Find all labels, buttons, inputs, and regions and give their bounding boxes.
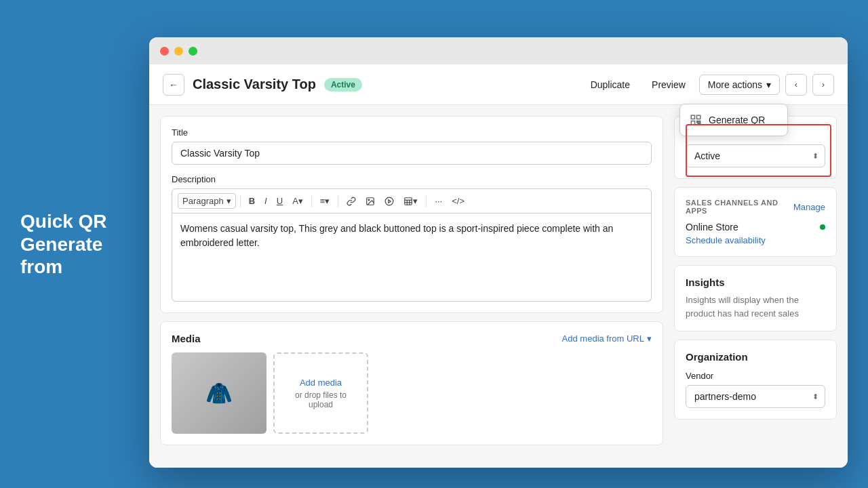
- title-label: Title: [172, 127, 652, 138]
- browser-window: ← Classic Varsity Top Active Duplicate P…: [149, 37, 848, 468]
- organization-title: Organization: [686, 351, 825, 363]
- media-grid: 🧥 Add media or drop files toupload: [172, 352, 652, 434]
- media-upload-box[interactable]: Add media or drop files toupload: [273, 352, 368, 434]
- status-select-wrapper: Active Draft ⬍: [686, 144, 825, 167]
- paragraph-select[interactable]: Paragraph ▾: [178, 193, 236, 209]
- back-button[interactable]: ←: [163, 74, 184, 96]
- status-badge: Active: [324, 78, 362, 92]
- toolbar-divider-2: [311, 195, 312, 207]
- table-button[interactable]: ▾: [399, 193, 422, 209]
- channel-item-online-store: Online Store: [686, 222, 825, 232]
- product-image: 🧥: [172, 352, 267, 434]
- promo-text: Quick QR Generate from: [20, 210, 107, 279]
- maximize-button[interactable]: [189, 47, 197, 56]
- browser-content: ← Classic Varsity Top Active Duplicate P…: [149, 64, 848, 468]
- channel-status-dot: [820, 224, 825, 230]
- product-details-card: Title Description Paragraph ▾ B I U: [160, 116, 663, 313]
- italic-button[interactable]: I: [260, 193, 271, 209]
- dropdown-arrow-icon: ▾: [226, 196, 231, 206]
- svg-rect-0: [691, 115, 694, 119]
- qr-icon: [690, 114, 702, 126]
- toolbar-divider-3: [338, 195, 338, 207]
- svg-point-4: [368, 199, 370, 201]
- add-media-label: Add media: [300, 378, 342, 388]
- page-title: Classic Varsity Top: [193, 77, 316, 92]
- video-icon: [384, 197, 394, 206]
- text-color-button[interactable]: A ▾: [288, 193, 307, 209]
- generate-qr-item[interactable]: Generate QR: [680, 108, 787, 131]
- underline-button[interactable]: U: [273, 193, 287, 209]
- video-button[interactable]: [380, 194, 398, 209]
- page-header: ← Classic Varsity Top Active Duplicate P…: [149, 64, 848, 105]
- back-arrow-icon: ←: [169, 79, 178, 90]
- organization-card: Organization Vendor partners-demo ⬍: [674, 340, 837, 420]
- preview-button[interactable]: Preview: [644, 75, 694, 94]
- description-text: Womens casual varsity top, This grey and…: [180, 223, 613, 248]
- chevron-left-icon: ‹: [795, 79, 797, 89]
- align-dropdown-icon: ▾: [325, 196, 330, 206]
- toolbar-divider-4: [426, 195, 427, 207]
- close-button[interactable]: [160, 47, 169, 56]
- media-title: Media: [172, 333, 201, 344]
- sales-channels-title: SALES CHANNELS AND APPS: [686, 199, 793, 215]
- sales-channels-card: SALES CHANNELS AND APPS Manage Online St…: [674, 187, 837, 257]
- editor-toolbar: Paragraph ▾ B I U A ▾ ≡: [172, 188, 652, 214]
- insights-title: Insights: [686, 277, 825, 288]
- chevron-down-icon: ▾: [766, 79, 771, 90]
- add-media-url-button[interactable]: Add media from URL ▾: [562, 333, 652, 344]
- right-column: Product status Active Draft ⬍ SALES CHAN…: [674, 116, 837, 457]
- insights-card: Insights Insights will display when the …: [674, 265, 837, 331]
- vendor-select-wrapper: partners-demo ⬍: [686, 385, 825, 408]
- media-header: Media Add media from URL ▾: [172, 333, 652, 344]
- description-label: Description: [172, 174, 652, 184]
- description-editor[interactable]: Womens casual varsity top, This grey and…: [172, 214, 652, 302]
- table-dropdown-icon: ▾: [413, 196, 418, 206]
- manage-link[interactable]: Manage: [793, 202, 825, 212]
- minimize-button[interactable]: [174, 47, 183, 56]
- vendor-label: Vendor: [686, 371, 825, 381]
- svg-rect-2: [691, 121, 694, 125]
- dropdown-arrow-icon: ▾: [647, 333, 652, 344]
- sales-channels-header: SALES CHANNELS AND APPS Manage: [686, 199, 825, 215]
- image-icon: [366, 197, 375, 206]
- duplicate-button[interactable]: Duplicate: [583, 75, 638, 94]
- chevron-right-icon: ›: [822, 79, 825, 89]
- svg-marker-6: [389, 199, 391, 203]
- more-actions-label: More actions: [708, 79, 762, 90]
- main-content: Title Description Paragraph ▾ B I U: [149, 105, 848, 468]
- source-button[interactable]: </>: [448, 193, 469, 209]
- more-actions-dropdown: Generate QR: [679, 104, 788, 136]
- more-options-button[interactable]: ···: [431, 193, 446, 209]
- image-button[interactable]: [361, 194, 379, 209]
- title-input[interactable]: [172, 142, 652, 165]
- bold-button[interactable]: B: [245, 193, 259, 209]
- svg-rect-1: [697, 115, 701, 119]
- status-select[interactable]: Active Draft: [686, 144, 825, 167]
- upload-sub-text: or drop files toupload: [295, 390, 347, 409]
- link-icon: [347, 197, 356, 206]
- media-item-1[interactable]: 🧥: [172, 352, 267, 434]
- color-picker-icon: ▾: [298, 196, 303, 206]
- align-button[interactable]: ≡ ▾: [316, 193, 334, 209]
- svg-point-5: [386, 197, 394, 205]
- media-card: Media Add media from URL ▾ 🧥 A: [160, 321, 663, 445]
- svg-rect-7: [405, 197, 412, 205]
- nav-next-button[interactable]: ›: [812, 74, 834, 96]
- channel-name: Online Store: [686, 222, 738, 232]
- schedule-availability-link[interactable]: Schedule availability: [686, 235, 825, 245]
- generate-qr-label: Generate QR: [709, 115, 765, 125]
- insights-description: Insights will display when the product h…: [686, 293, 825, 320]
- browser-chrome: [149, 37, 848, 64]
- left-column: Title Description Paragraph ▾ B I U: [160, 116, 663, 457]
- toolbar-divider-1: [240, 195, 241, 207]
- header-actions: Duplicate Preview More actions ▾ ‹ ›: [583, 74, 834, 96]
- table-icon: [403, 197, 413, 206]
- more-actions-button[interactable]: More actions ▾: [699, 75, 780, 95]
- nav-prev-button[interactable]: ‹: [785, 74, 807, 96]
- link-button[interactable]: [342, 194, 360, 209]
- vendor-select[interactable]: partners-demo: [686, 385, 825, 408]
